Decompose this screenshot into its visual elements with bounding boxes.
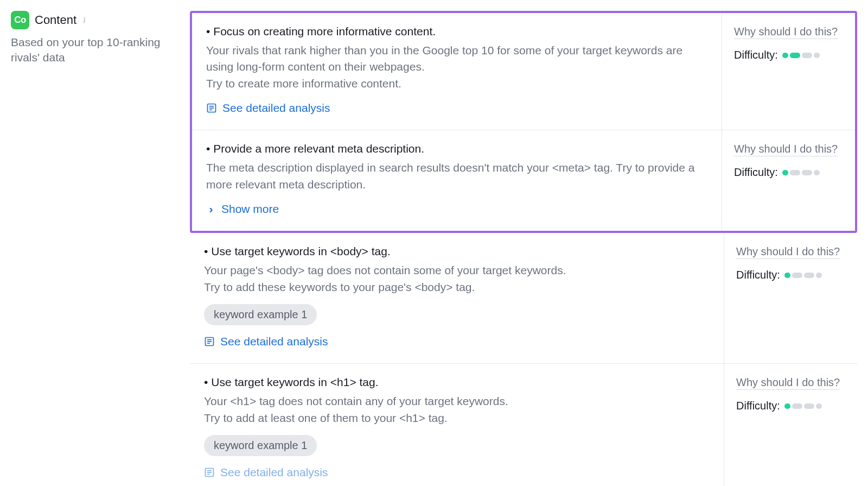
link-label: See detailed analysis	[220, 335, 328, 348]
difficulty-meter	[784, 273, 822, 278]
difficulty-row: Difficulty:	[734, 166, 845, 179]
recommendation-row: •Use target keywords in <h1> tag. Your <…	[190, 363, 857, 486]
difficulty-row: Difficulty:	[736, 269, 847, 281]
analysis-icon	[204, 467, 215, 478]
difficulty-label: Difficulty:	[736, 400, 780, 412]
recommendation-content: •Use target keywords in <h1> tag. Your <…	[190, 364, 724, 486]
difficulty-meter	[782, 53, 820, 58]
recommendation-meta: Why should I do this? Difficulty:	[724, 233, 857, 363]
why-link[interactable]: Why should I do this?	[736, 245, 840, 259]
chevron-right-icon: ›	[206, 203, 216, 216]
difficulty-label: Difficulty:	[736, 269, 780, 281]
keyword-chip[interactable]: keyword example 1	[204, 435, 317, 456]
info-icon[interactable]: i	[83, 15, 86, 26]
recommendation-content: •Use target keywords in <body> tag. Your…	[190, 233, 724, 363]
recommendation-title: •Use target keywords in <body> tag.	[204, 245, 710, 258]
keyword-chip[interactable]: keyword example 1	[204, 304, 317, 325]
link-label: Show more	[221, 203, 279, 216]
why-link[interactable]: Why should I do this?	[736, 376, 840, 390]
recommendation-row: •Use target keywords in <body> tag. Your…	[190, 233, 857, 363]
difficulty-row: Difficulty:	[734, 49, 845, 61]
show-more-link[interactable]: › Show more	[206, 203, 707, 216]
difficulty-label: Difficulty:	[734, 49, 778, 61]
sidebar-header: Co Content i	[11, 11, 190, 29]
see-detailed-analysis-link[interactable]: See detailed analysis	[206, 102, 707, 115]
difficulty-meter	[782, 170, 820, 175]
recommendation-content: •Focus on creating more informative cont…	[192, 13, 722, 130]
recommendation-title: •Provide a more relevant meta descriptio…	[206, 142, 707, 155]
sidebar-title: Content	[35, 13, 76, 27]
recommendation-row: •Focus on creating more informative cont…	[192, 13, 855, 130]
recommendation-description: Your <h1> tag does not contain any of yo…	[204, 393, 710, 426]
see-detailed-analysis-link[interactable]: See detailed analysis	[204, 335, 710, 348]
analysis-icon	[204, 336, 215, 347]
link-label: See detailed analysis	[220, 466, 328, 479]
recommendation-row: •Provide a more relevant meta descriptio…	[192, 130, 855, 231]
recommendation-description: Your rivals that rank higher than you in…	[206, 42, 707, 92]
recommendation-meta: Why should I do this? Difficulty:	[722, 130, 855, 231]
link-label: See detailed analysis	[222, 102, 330, 115]
difficulty-meter	[784, 403, 822, 409]
analysis-icon	[206, 103, 217, 113]
difficulty-label: Difficulty:	[734, 166, 778, 179]
highlighted-group: •Focus on creating more informative cont…	[190, 11, 857, 233]
recommendation-description: The meta description displayed in search…	[206, 160, 707, 193]
recommendation-title: •Focus on creating more informative cont…	[206, 25, 707, 38]
content-badge-icon: Co	[11, 11, 29, 29]
recommendation-meta: Why should I do this? Difficulty:	[724, 364, 857, 486]
see-detailed-analysis-link[interactable]: See detailed analysis	[204, 466, 710, 479]
sidebar-subtitle: Based on your top 10-ranking rivals' dat…	[11, 35, 190, 66]
why-link[interactable]: Why should I do this?	[734, 26, 838, 39]
recommendation-description: Your page's <body> tag does not contain …	[204, 262, 710, 295]
why-link[interactable]: Why should I do this?	[734, 143, 838, 156]
recommendation-meta: Why should I do this? Difficulty:	[722, 13, 855, 130]
recommendation-title: •Use target keywords in <h1> tag.	[204, 376, 710, 389]
difficulty-row: Difficulty:	[736, 400, 847, 412]
recommendation-content: •Provide a more relevant meta descriptio…	[192, 130, 722, 231]
recommendations-list: •Focus on creating more informative cont…	[190, 11, 857, 486]
sidebar: Co Content i Based on your top 10-rankin…	[11, 11, 190, 486]
